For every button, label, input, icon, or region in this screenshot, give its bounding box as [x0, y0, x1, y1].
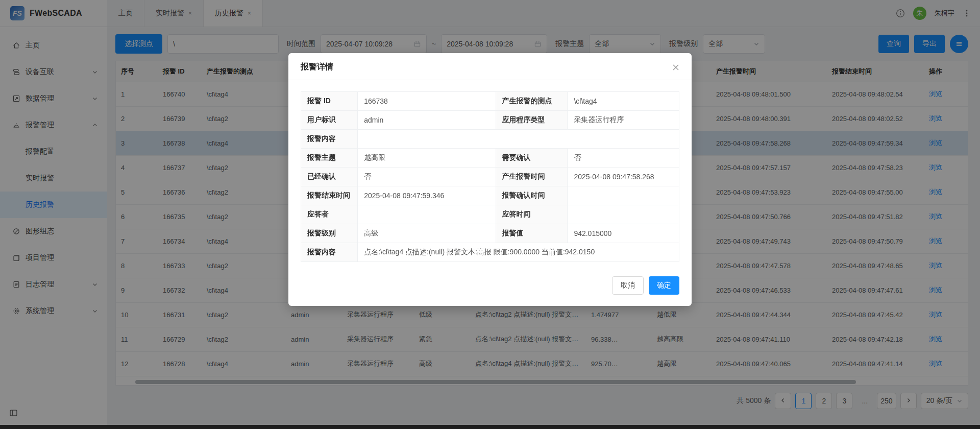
detail-row: 报警主题越高限需要确认否	[301, 149, 679, 168]
detail-label: 报警内容	[301, 243, 358, 262]
detail-label: 报警确认时间	[496, 186, 568, 205]
detail-value: \cl\tag4	[568, 92, 679, 111]
close-icon[interactable]	[672, 64, 679, 71]
detail-label: 用户标识	[301, 111, 358, 130]
detail-value: 2025-04-08 09:47:59.346	[358, 186, 496, 205]
detail-label: 应用程序类型	[496, 111, 568, 130]
detail-value	[568, 205, 679, 224]
detail-label: 报警 ID	[301, 92, 358, 111]
alarm-detail-modal: 报警详情 报警 ID166738产生报警的测点\cl\tag4用户标识admin…	[288, 53, 692, 306]
detail-value: 采集器运行程序	[568, 111, 679, 130]
detail-label: 产生报警的测点	[496, 92, 568, 111]
confirm-button[interactable]: 确定	[649, 276, 679, 295]
detail-value: 166738	[358, 92, 496, 111]
detail-value	[358, 130, 679, 149]
detail-row: 应答者应答时间	[301, 205, 679, 224]
detail-label: 需要确认	[496, 149, 568, 168]
detail-label: 报警级别	[301, 224, 358, 243]
detail-label: 报警值	[496, 224, 568, 243]
modal-body: 报警 ID166738产生报警的测点\cl\tag4用户标识admin应用程序类…	[288, 80, 692, 266]
detail-value: 否	[358, 168, 496, 186]
modal-header: 报警详情	[288, 53, 692, 80]
detail-label: 产生报警时间	[496, 168, 568, 186]
detail-row: 用户标识admin应用程序类型采集器运行程序	[301, 111, 679, 130]
detail-value	[358, 205, 496, 224]
detail-row: 报警结束时间2025-04-08 09:47:59.346报警确认时间	[301, 186, 679, 205]
detail-label: 报警主题	[301, 149, 358, 168]
detail-value: 2025-04-08 09:47:58.268	[568, 168, 679, 186]
detail-row: 报警内容	[301, 130, 679, 149]
detail-row: 已经确认否产生报警时间2025-04-08 09:47:58.268	[301, 168, 679, 186]
detail-row: 报警内容点名:\cl\tag4 点描述:(null) 报警文本:高报 限值:90…	[301, 243, 679, 262]
detail-label: 报警内容	[301, 130, 358, 149]
detail-label: 已经确认	[301, 168, 358, 186]
modal-footer: 取消 确定	[288, 266, 692, 306]
detail-row: 报警 ID166738产生报警的测点\cl\tag4	[301, 92, 679, 111]
cancel-button[interactable]: 取消	[612, 276, 644, 295]
detail-row: 报警级别高级报警值942.015000	[301, 224, 679, 243]
detail-label: 应答者	[301, 205, 358, 224]
detail-label: 报警结束时间	[301, 186, 358, 205]
detail-value: 越高限	[358, 149, 496, 168]
detail-value: 点名:\cl\tag4 点描述:(null) 报警文本:高报 限值:900.00…	[358, 243, 679, 262]
modal-title: 报警详情	[301, 62, 333, 73]
detail-value: 942.015000	[568, 224, 679, 243]
detail-value: 否	[568, 149, 679, 168]
detail-value: admin	[358, 111, 496, 130]
detail-value	[568, 186, 679, 205]
detail-label: 应答时间	[496, 205, 568, 224]
detail-value: 高级	[358, 224, 496, 243]
